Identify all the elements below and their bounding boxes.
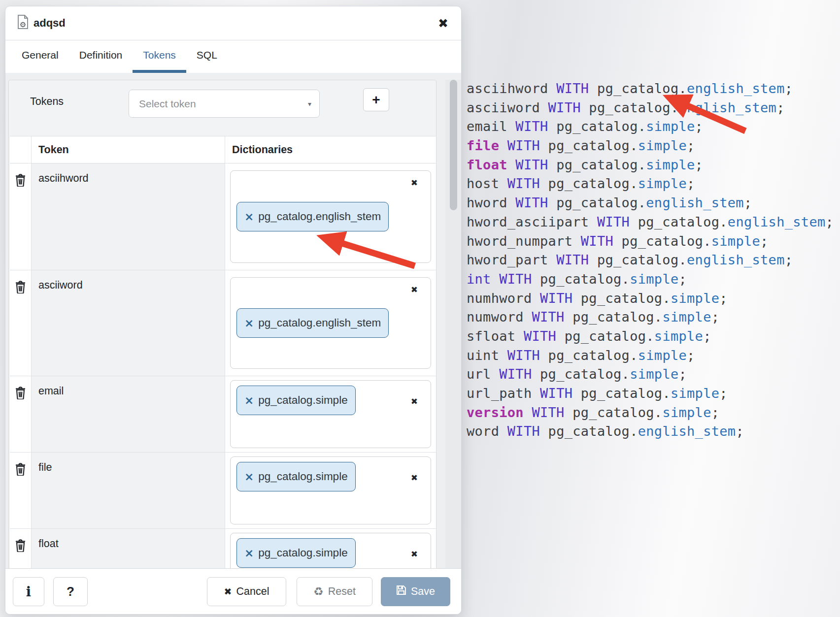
cancel-label: Cancel <box>236 585 269 598</box>
sql-line: url_path WITH pg_catalog.simple; <box>467 384 834 403</box>
clear-cell-icon[interactable]: ✖ <box>411 473 418 483</box>
dictionary-chip: ×pg_catalog.simple <box>236 462 356 491</box>
token-cell[interactable]: asciihword <box>32 163 225 270</box>
sql-help-button[interactable]: i <box>13 577 44 606</box>
chip-remove-icon[interactable]: × <box>244 547 254 559</box>
sql-line: hword_numpart WITH pg_catalog.simple; <box>467 232 834 251</box>
token-cell[interactable]: float <box>32 529 225 570</box>
save-button[interactable]: Save <box>381 577 450 606</box>
tokens-panel: Tokens Select token ▾ + Token Dictionari… <box>8 80 437 570</box>
sql-line: word WITH pg_catalog.english_stem; <box>467 422 834 441</box>
clear-cell-icon[interactable]: ✖ <box>411 549 418 559</box>
table-header-row: Token Dictionaries <box>10 136 436 163</box>
reset-label: Reset <box>328 585 356 598</box>
delete-row-button[interactable] <box>10 270 32 376</box>
trash-icon <box>15 463 26 476</box>
dialog-footer: i ? ✖ Cancel ♻ Reset Save <box>5 568 461 614</box>
table-row: email ×pg_catalog.simple ✖ <box>10 376 436 453</box>
dialog-body: Tokens Select token ▾ + Token Dictionari… <box>5 73 461 570</box>
tab-general[interactable]: General <box>11 40 69 73</box>
sql-line: hword_asciipart WITH pg_catalog.english_… <box>467 213 834 232</box>
question-icon: ? <box>67 584 74 599</box>
close-icon[interactable]: ✖ <box>438 17 448 30</box>
dictionary-chip: ×pg_catalog.simple <box>236 538 356 568</box>
sql-line: file WITH pg_catalog.simple; <box>467 136 834 156</box>
cancel-x-icon: ✖ <box>224 587 232 596</box>
tokens-label: Tokens <box>30 96 64 108</box>
token-column-header: Token <box>32 136 225 163</box>
sql-line: uint WITH pg_catalog.simple; <box>467 346 834 365</box>
help-button[interactable]: ? <box>53 577 88 606</box>
sql-output-code: asciihword WITH pg_catalog.english_stem;… <box>467 79 834 441</box>
add-token-button[interactable]: + <box>363 88 389 111</box>
delete-row-button[interactable] <box>10 529 32 570</box>
sql-line: asciihword WITH pg_catalog.english_stem; <box>467 79 834 98</box>
delete-row-button[interactable] <box>10 453 32 528</box>
sql-line: numword WITH pg_catalog.simple; <box>467 308 834 327</box>
sql-line: host WITH pg_catalog.simple; <box>467 174 834 194</box>
tab-sql[interactable]: SQL <box>186 40 228 73</box>
tab-definition[interactable]: Definition <box>69 40 133 73</box>
info-icon: i <box>26 584 31 599</box>
token-cell[interactable]: asciiword <box>32 270 225 376</box>
token-cell[interactable]: email <box>32 376 225 452</box>
actions-column-header <box>10 136 32 163</box>
dictionaries-cell: ×pg_catalog.simple ✖ <box>225 529 436 570</box>
table-row: asciihword ×pg_catalog.english_stem ✖ <box>10 163 436 270</box>
table-row: float ×pg_catalog.simple ✖ <box>10 529 436 570</box>
table-row: asciiword ×pg_catalog.english_stem ✖ <box>10 270 436 376</box>
sql-line: float WITH pg_catalog.simple; <box>467 156 834 175</box>
dictionary-chip: ×pg_catalog.english_stem <box>236 308 389 338</box>
sql-line: version WITH pg_catalog.simple; <box>467 403 834 422</box>
select-token-placeholder: Select token <box>139 98 308 110</box>
dialog-header: adqsd ✖ <box>5 6 461 40</box>
tokens-table: Token Dictionaries asciihword ×pg_catalo… <box>10 136 436 570</box>
trash-icon <box>15 539 26 552</box>
save-floppy-icon <box>396 585 406 598</box>
trash-icon <box>15 174 26 187</box>
cancel-button[interactable]: ✖ Cancel <box>207 577 286 606</box>
clear-cell-icon[interactable]: ✖ <box>411 285 418 294</box>
dictionaries-value-box[interactable]: ×pg_catalog.english_stem ✖ <box>230 170 431 263</box>
dialog-scrollbar-track[interactable] <box>445 80 461 570</box>
fts-configuration-dialog: adqsd ✖ GeneralDefinitionTokensSQL Token… <box>5 6 462 615</box>
sql-line: hword_part WITH pg_catalog.english_stem; <box>467 251 834 270</box>
save-label: Save <box>411 585 435 598</box>
clear-cell-icon[interactable]: ✖ <box>411 178 418 188</box>
reset-button[interactable]: ♻ Reset <box>297 577 372 606</box>
sql-line: hword WITH pg_catalog.english_stem; <box>467 194 834 213</box>
clear-cell-icon[interactable]: ✖ <box>411 396 418 406</box>
dictionaries-value-box[interactable]: ×pg_catalog.simple ✖ <box>230 380 431 448</box>
sql-line: int WITH pg_catalog.simple; <box>467 270 834 289</box>
dictionaries-cell: ×pg_catalog.english_stem ✖ <box>225 163 436 270</box>
dictionaries-value-box[interactable]: ×pg_catalog.simple ✖ <box>230 456 431 524</box>
sql-line: asciiword WITH pg_catalog.english_stem; <box>467 98 834 118</box>
sql-line: numhword WITH pg_catalog.simple; <box>467 289 834 308</box>
screen: { "dialog": { "title": "adqsd", "title_i… <box>0 0 840 617</box>
token-cell[interactable]: file <box>32 453 225 528</box>
chevron-down-icon: ▾ <box>308 100 311 108</box>
dialog-title: adqsd <box>34 17 66 30</box>
sql-line: sfloat WITH pg_catalog.simple; <box>467 327 834 346</box>
dictionaries-value-box[interactable]: ×pg_catalog.simple ✖ <box>230 533 431 570</box>
trash-icon <box>15 387 26 399</box>
chip-remove-icon[interactable]: × <box>244 317 254 329</box>
select-token-dropdown[interactable]: Select token ▾ <box>129 90 320 118</box>
dictionaries-value-box[interactable]: ×pg_catalog.english_stem ✖ <box>230 277 431 369</box>
chip-remove-icon[interactable]: × <box>244 394 254 407</box>
chip-remove-icon[interactable]: × <box>244 210 254 223</box>
dictionaries-cell: ×pg_catalog.simple ✖ <box>225 376 436 452</box>
delete-row-button[interactable] <box>10 376 32 452</box>
table-row: file ×pg_catalog.simple ✖ <box>10 453 436 529</box>
dialog-tab-bar: GeneralDefinitionTokensSQL <box>5 40 461 73</box>
reset-recycle-icon: ♻ <box>313 586 324 597</box>
dictionaries-column-header: Dictionaries <box>225 136 436 163</box>
dialog-scrollbar-thumb[interactable] <box>450 80 457 210</box>
trash-icon <box>15 281 26 293</box>
tab-tokens[interactable]: Tokens <box>133 40 186 73</box>
delete-row-button[interactable] <box>10 163 32 270</box>
chip-remove-icon[interactable]: × <box>244 470 254 483</box>
dictionaries-cell: ×pg_catalog.english_stem ✖ <box>225 270 436 376</box>
dictionary-chip: ×pg_catalog.simple <box>236 386 356 415</box>
sql-line: email WITH pg_catalog.simple; <box>467 117 834 136</box>
